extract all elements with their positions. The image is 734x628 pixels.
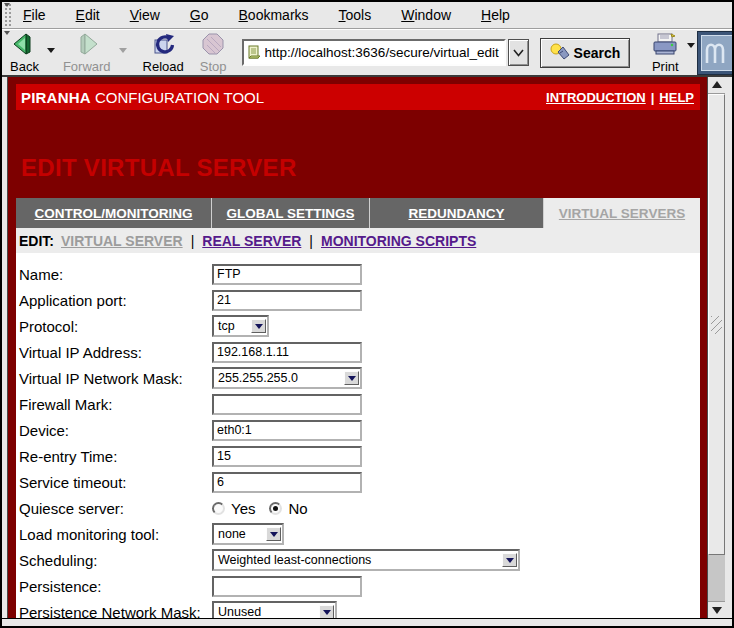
field-label: Firewall Mark:	[16, 396, 212, 413]
scrollbar-thumb[interactable]	[708, 94, 725, 555]
help-link[interactable]: HELP	[659, 90, 694, 105]
subnav-prefix: EDIT:	[19, 233, 54, 249]
virtual-ip-network-mask-select[interactable]: 255.255.255.0	[212, 367, 362, 389]
url-dropdown-button[interactable]	[508, 39, 529, 66]
field-label: Name:	[16, 266, 212, 283]
reload-button[interactable]: Reload	[138, 32, 189, 74]
menu-bar: FileEditViewGoBookmarksToolsWindowHelp	[2, 2, 732, 29]
device-input[interactable]	[212, 420, 362, 441]
vertical-scrollbar[interactable]	[707, 77, 725, 618]
field-label: Re-entry Time:	[16, 448, 212, 465]
back-dropdown-icon[interactable]	[47, 48, 55, 57]
subnav-separator: |	[191, 233, 195, 249]
subnav-separator: |	[309, 233, 313, 249]
arrow-up-icon	[712, 76, 722, 88]
select-dropdown-button[interactable]	[251, 319, 266, 333]
print-button[interactable]: Print	[646, 32, 684, 74]
menu-edit[interactable]: Edit	[66, 4, 110, 26]
select-dropdown-button[interactable]	[344, 371, 359, 385]
radio-label: No	[288, 500, 307, 517]
quiesce-server-radio-yes[interactable]	[212, 502, 225, 515]
persistence-network-mask-select[interactable]: Unused	[212, 601, 337, 618]
arrow-down-icon	[712, 607, 722, 619]
field-label: Service timeout:	[16, 474, 212, 491]
tab-label: CONTROL/MONITORING	[35, 206, 193, 221]
form-row-quiesce-server: Quiesce server:YesNo	[16, 495, 700, 521]
select-dropdown-button[interactable]	[319, 605, 334, 618]
form-row-scheduling: Scheduling:Weighted least-connections	[16, 547, 700, 573]
edit-subnav: EDIT:VIRTUAL SERVER|REAL SERVER|MONITORI…	[16, 228, 700, 253]
virtual-ip-address-input[interactable]	[212, 342, 362, 363]
quiesce-server-radio-no[interactable]	[269, 502, 282, 515]
arrow-down-icon	[323, 610, 331, 618]
scheduling-select[interactable]: Weighted least-connections	[212, 549, 520, 571]
select-dropdown-button[interactable]	[502, 553, 517, 567]
form-row-persistence: Persistence:	[16, 573, 700, 599]
back-button[interactable]: Back	[5, 32, 44, 74]
scrollbar-up-button[interactable]	[708, 77, 725, 94]
menu-tools[interactable]: Tools	[329, 4, 382, 26]
main-tabs: CONTROL/MONITORINGGLOBAL SETTINGSREDUNDA…	[16, 198, 700, 228]
print-dropdown-icon[interactable]	[687, 43, 695, 52]
selected-value: 255.255.255.0	[214, 371, 344, 385]
url-field[interactable]	[242, 39, 506, 66]
menu-bookmarks[interactable]: Bookmarks	[229, 4, 319, 26]
form-row-name: Name:	[16, 261, 700, 287]
field-label: Quiesce server:	[16, 500, 212, 517]
tab-redundancy[interactable]: REDUNDANCY	[370, 198, 544, 228]
banner-title-rest: CONFIGURATION TOOL	[91, 89, 264, 106]
print-icon	[651, 33, 679, 59]
load-monitoring-tool-select[interactable]: none	[212, 523, 284, 545]
introduction-link[interactable]: INTRODUCTION	[546, 90, 646, 105]
back-label: Back	[10, 60, 39, 73]
re-entry-time-input[interactable]	[212, 446, 362, 467]
arrow-down-icon	[506, 558, 514, 567]
banner-links: INTRODUCTION | HELP	[546, 90, 694, 105]
tab-global-settings[interactable]: GLOBAL SETTINGS	[212, 198, 370, 228]
application-port-input[interactable]	[212, 290, 362, 311]
menu-help[interactable]: Help	[471, 4, 520, 26]
url-bar-group	[242, 39, 529, 66]
tab-label: REDUNDANCY	[408, 206, 504, 221]
arrow-down-icon	[270, 532, 278, 541]
stop-button[interactable]: Stop	[195, 32, 232, 74]
window-frame-bottom	[2, 618, 732, 624]
subnav-link-virtual-server[interactable]: VIRTUAL SERVER	[61, 233, 183, 249]
back-icon	[12, 33, 36, 59]
menu-view[interactable]: View	[120, 4, 170, 26]
window-frame	[725, 77, 731, 618]
persistence-input[interactable]	[212, 576, 362, 597]
menu-go[interactable]: Go	[180, 4, 219, 26]
print-label: Print	[652, 60, 679, 73]
selected-value: none	[214, 527, 266, 541]
tab-control-monitoring[interactable]: CONTROL/MONITORING	[16, 198, 212, 228]
form-row-persistence-network-mask: Persistence Network Mask:Unused	[16, 599, 700, 618]
forward-button[interactable]: Forward	[58, 32, 116, 74]
mozilla-logo-button[interactable]	[698, 32, 734, 74]
subnav-link-real-server[interactable]: REAL SERVER	[202, 233, 301, 249]
tab-label: GLOBAL SETTINGS	[226, 206, 354, 221]
select-dropdown-button[interactable]	[266, 527, 281, 541]
form-row-service-timeout: Service timeout:	[16, 469, 700, 495]
service-timeout-input[interactable]	[212, 472, 362, 493]
forward-dropdown-icon[interactable]	[119, 48, 127, 57]
reload-icon	[151, 33, 175, 59]
subnav-link-monitoring-scripts[interactable]: MONITORING SCRIPTS	[321, 233, 476, 249]
tab-virtual-servers[interactable]: VIRTUAL SERVERS	[544, 198, 700, 228]
search-button[interactable]: Search	[540, 38, 631, 68]
field-label: Device:	[16, 422, 212, 439]
scrollbar-down-button[interactable]	[708, 601, 725, 618]
menu-window[interactable]: Window	[391, 4, 461, 26]
protocol-select[interactable]: tcp	[212, 315, 269, 337]
browser-window: FileEditViewGoBookmarksToolsWindowHelp B…	[0, 0, 734, 628]
form-row-re-entry-time: Re-entry Time:	[16, 443, 700, 469]
banner-title-strong: PIRANHA	[21, 89, 91, 106]
url-input[interactable]	[265, 45, 504, 60]
name-input[interactable]	[212, 264, 362, 285]
piranha-banner: PIRANHA CONFIGURATION TOOL INTRODUCTION …	[16, 84, 700, 110]
mozilla-m-icon	[701, 39, 733, 67]
firewall-mark-input[interactable]	[212, 394, 362, 415]
chevron-down-icon	[513, 49, 524, 57]
toolbar-grippy[interactable]	[3, 3, 11, 27]
menu-file[interactable]: File	[13, 4, 56, 26]
